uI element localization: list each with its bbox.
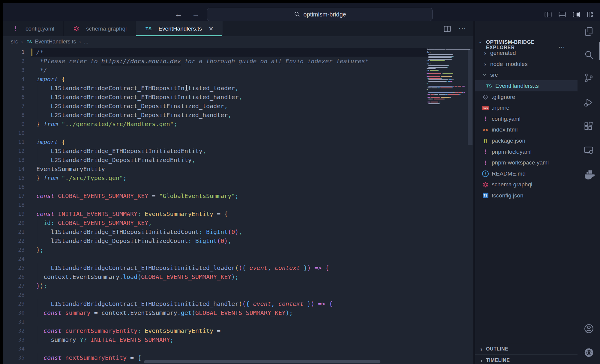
code-line[interactable]: 26 context.EventsSummary.load(GLOBAL_EVE… [3,272,429,281]
code-line[interactable]: 21 l1StandardBridge_ETHDepositInitiatedC… [3,227,429,236]
code-line[interactable]: 19const INITIAL_EVENTS_SUMMARY: EventsSu… [3,209,429,218]
line-number[interactable]: 29 [3,299,25,308]
line-number[interactable]: 2 [3,57,25,66]
code-line[interactable]: 16 [3,182,429,191]
line-number[interactable]: 1 [3,48,25,57]
line-number[interactable]: 30 [3,308,25,317]
files-icon[interactable] [583,26,595,37]
source-control-icon[interactable] [583,73,595,84]
line-number[interactable]: 34 [3,344,25,353]
code-line[interactable]: 17const GLOBAL_EVENTS_SUMMARY_KEY = "Glo… [3,191,429,200]
folder-row-src[interactable]: ›src [475,70,578,81]
file-row-package.json[interactable]: {}package.json [475,135,578,146]
code-line[interactable]: 10 [3,129,429,138]
run-debug-icon[interactable] [583,97,595,108]
file-row-tsconfig.json[interactable]: TStsconfig.json [475,190,578,201]
line-number[interactable]: 15 [3,173,25,182]
line-number[interactable]: 14 [3,164,25,173]
toggle-panel-left-icon[interactable] [544,10,553,19]
line-number[interactable]: 4 [3,75,25,84]
code-line[interactable]: 13 L2StandardBridge_DepositFinalizedEnti… [3,155,429,164]
code-line[interactable]: 32 const currentSummaryEntity: EventsSum… [3,326,429,335]
code-line[interactable]: 20 id: GLOBAL_EVENTS_SUMMARY_KEY, [3,218,429,227]
section-timeline[interactable]: ›TIMELINE [479,355,578,364]
line-number[interactable]: 33 [3,335,25,344]
line-number[interactable]: 35 [3,353,25,362]
line-number[interactable]: 24 [3,254,25,263]
file-row-README.md[interactable]: iREADME.md [475,168,578,179]
line-number[interactable]: 28 [3,290,25,299]
workspace-root-row[interactable]: ›OPTIMISM-BRIDGE [475,37,578,48]
file-row-.npmrc[interactable]: npm.npmrc [475,102,578,114]
code-line[interactable]: 34 [3,344,429,353]
horizontal-scrollbar[interactable] [144,360,380,363]
file-row-pnpm-workspace.yaml[interactable]: !pnpm-workspace.yaml [475,157,578,168]
line-number[interactable]: 6 [3,93,25,102]
line-number[interactable]: 7 [3,102,25,111]
account-icon[interactable] [583,323,595,334]
line-number[interactable]: 5 [3,84,25,93]
code-line[interactable]: 7 L2StandardBridgeContract_DepositFinali… [3,102,429,111]
file-row-schema.graphql[interactable]: schema.graphql [475,179,578,190]
code-line[interactable]: 27}); [3,281,429,290]
line-number[interactable]: 23 [3,245,25,254]
folder-row-node_modules[interactable]: ›node_modules [475,58,578,70]
code-line[interactable]: 23}; [3,245,429,254]
line-number[interactable]: 27 [3,281,25,290]
customize-layout-icon[interactable] [586,10,595,19]
code-line[interactable]: 4import { [3,75,429,84]
line-number[interactable]: 12 [3,146,25,155]
section-outline[interactable]: ›OUTLINE [479,343,578,354]
code-line[interactable]: 9} from "../generated/src/Handlers.gen"; [3,120,429,129]
line-number[interactable]: 25 [3,263,25,272]
code-line[interactable]: 30 const summary = context.EventsSummary… [3,308,429,317]
toggle-panel-right-icon[interactable] [572,10,581,19]
line-number[interactable]: 9 [3,120,25,129]
line-number[interactable]: 3 [3,66,25,75]
code-line[interactable]: 1/* [3,48,429,57]
line-number[interactable]: 10 [3,129,25,138]
vertical-scrollbar[interactable] [468,49,472,145]
line-number[interactable]: 21 [3,227,25,236]
code-line[interactable]: 22 l2StandardBridge_DepositFinalizedCoun… [3,236,429,245]
extensions-icon[interactable] [583,121,595,132]
folder-row-generated[interactable]: ›generated [475,48,578,59]
code-line[interactable]: 29 L1StandardBridgeContract_ETHDepositIn… [3,299,429,308]
toggle-panel-bottom-icon[interactable] [558,10,567,19]
code-line[interactable]: 12 L1StandardBridge_ETHDepositInitiatedE… [3,146,429,155]
code-line[interactable]: 11import { [3,138,429,146]
code-line[interactable]: 31 [3,317,429,326]
minimap[interactable] [426,48,467,167]
code-line[interactable]: 6 L1StandardBridgeContract_ETHDepositIni… [3,93,429,102]
line-number[interactable]: 26 [3,272,25,281]
line-number[interactable]: 13 [3,155,25,164]
code-line[interactable]: 33 summary ?? INITIAL_EVENTS_SUMMARY; [3,335,429,344]
code-line[interactable]: 5 L1StandardBridgeContract_ETHDepositIni… [3,84,429,93]
line-number[interactable]: 16 [3,182,25,191]
file-row-index.html[interactable]: <>index.html [475,124,578,135]
file-row-.gitignore[interactable]: .gitignore [475,91,578,102]
code-line[interactable]: 28 [3,290,429,299]
line-number[interactable]: 22 [3,236,25,245]
file-row-EventHandlers.ts[interactable]: TSEventHandlers.ts [475,80,578,91]
code-line[interactable]: 24 [3,254,429,263]
line-number[interactable]: 19 [3,209,25,218]
line-number[interactable]: 36 [3,362,25,364]
code-line[interactable]: 15} from "./src/Types.gen"; [3,173,429,182]
line-number[interactable]: 11 [3,138,25,146]
code-line[interactable]: 8 L2StandardBridgeContract_DepositFinali… [3,111,429,120]
line-number[interactable]: 32 [3,326,25,335]
line-number[interactable]: 31 [3,317,25,326]
remote-explorer-icon[interactable] [583,145,595,156]
code-line[interactable]: 3 */ [3,66,429,75]
line-number[interactable]: 8 [3,111,25,120]
file-row-config.yaml[interactable]: !config.yaml [475,113,578,124]
code-line[interactable]: 14EventsSummaryEntity [3,164,429,173]
docker-icon[interactable] [583,169,595,180]
code-line[interactable]: 18 [3,200,429,209]
code-line[interactable]: 25 L1StandardBridgeContract_ETHDepositIn… [3,263,429,272]
line-number[interactable]: 18 [3,200,25,209]
code-line[interactable]: 2 *Please refer to https://docs.envio.de… [3,57,429,66]
settings-icon[interactable] [583,347,595,358]
search-icon[interactable] [583,49,595,61]
